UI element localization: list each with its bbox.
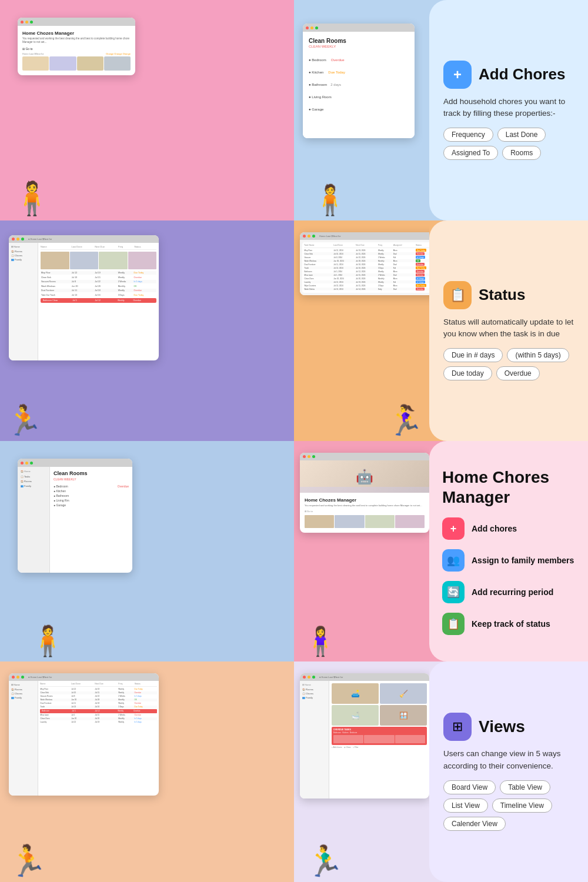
views-desc: Users can change view in 5 ways accordin… [443,748,574,772]
assign-feat-label: Assign to family members [472,556,574,565]
assign-feat-icon: 👥 [442,549,465,572]
feature-list: + Add chores 👥 Assign to family members … [442,517,575,635]
add-chores-desc: Add household chores you want to track b… [443,96,574,120]
row3-left-cell: 🏠 Home 📋 Tasks 🏠 Rooms 👥 Family Clean Ro… [0,441,294,662]
row3-right-cell: 🤖 Home Chozes Manager You requested and … [294,441,588,662]
feature-assign: 👥 Assign to family members [442,549,575,572]
tag-assigned-to: Assigned To [443,146,498,160]
views-tags: Board View Table View List View Timeline… [443,780,574,831]
tag-due-days: Due in # days [443,348,503,362]
status-desc: Status will automatically update to let … [443,316,574,340]
views-title: Views [479,717,525,736]
status-feat-label: Keep track of status [472,619,550,629]
status-icon: 📋 [443,281,472,309]
feature-recurring: 🔄 Add recurring period [442,581,575,603]
clean-rooms-sub: CLEAN WEEKLY [309,45,409,48]
person-figure-1: 🧍 [12,182,52,215]
person-figure-4: 🏃‍♀️ [387,406,423,435]
clean-rooms-mockup: Clean Rooms CLEAN WEEKLY ● BedroomOverdu… [303,24,415,138]
clean-rooms-title: Clean Rooms [309,38,409,44]
status-feat-icon: 📋 [442,613,465,635]
tag-rooms: Rooms [502,146,541,160]
status-panel: 📋 Status Status will automatically updat… [429,220,588,441]
add-chores-feat-label: Add chores [472,524,517,533]
tag-table-view: Table View [500,780,550,794]
full-table-mockup: ● Home Last $Next for ⊞ Home 🏠 Rooms 📋 C… [9,235,159,360]
row4-left-cell: ● Home Last $Next for ⊞ Home 🏠 Rooms 📋 C… [0,662,294,882]
status-table-mockup: Home Last $Next for Task Name Last Done … [300,232,429,295]
person-figure-6: 🧍‍♀️ [303,627,338,656]
tag-overdue: Overdue [496,366,540,380]
tag-frequency: Frequency [443,128,493,142]
board-view-mockup: ● Home Last $Next for ⊞ Home 🏠 Rooms 📋 C… [300,673,429,799]
tag-timeline-view: Timeline View [492,799,552,813]
person-figure-8: 🏃‍♂️ [306,846,344,876]
person-figure-3: 🏃 [6,406,42,435]
hcm-full-mockup: 🤖 Home Chozes Manager You requested and … [300,453,429,533]
row4-right-cell: ● Home Last $Next for ⊞ Home 🏠 Rooms 📋 C… [294,662,588,882]
hcm-body-text: You requested and working the best clean… [22,37,131,45]
table-mockup-2: ● Home Last $Next for ⊞ Home 🏠 Rooms 📋 C… [9,673,159,796]
row1-right-cell: Clean Rooms CLEAN WEEKLY ● BedroomOverdu… [294,0,588,220]
status-title: Status [479,286,525,304]
hcm-mockup-small: Home Chozes Manager You requested and wo… [18,18,135,75]
add-chores-tags: Frequency Last Done Assigned To Rooms [443,128,574,160]
tag-due-today: Due today [443,366,492,380]
hcm-title: Home Chozes Manager [22,31,131,36]
tag-list-view: List View [443,799,488,813]
row2-right-cell: Home Last $Next for Task Name Last Done … [294,220,588,441]
add-chores-panel: + Add Chores Add household chores you wa… [429,0,588,220]
person-figure-7: 🏃 [9,846,47,876]
tag-calendar-view: Calender View [443,817,506,831]
person-figure-5: 🧍 [29,626,66,656]
hcm-panel-title: Home ChoresManager [442,467,575,507]
add-chores-icon: + [443,61,472,89]
row1-left-cell: Home Chozes Manager You requested and wo… [0,0,294,220]
recurring-feat-label: Add recurring period [472,587,553,597]
row2-left-cell: ● Home Last $Next for ⊞ Home 🏠 Rooms 📋 C… [0,220,294,441]
views-panel: ⊞ Views Users can change view in 5 ways … [429,662,588,882]
status-tags: Due in # days (within 5 days) Due today … [443,348,574,380]
tag-within-5: (within 5 days) [507,348,569,362]
feature-status: 📋 Keep track of status [442,613,575,635]
person-figure-2: 🧍 [312,185,348,215]
recurring-feat-icon: 🔄 [442,581,465,603]
hcm-panel: Home ChoresManager + Add chores 👥 Assign… [429,441,588,662]
tag-board-view: Board View [443,780,496,794]
views-icon: ⊞ [443,713,472,741]
feature-add-chores: + Add chores [442,517,575,540]
clean-rooms-mockup-2: 🏠 Home 📋 Tasks 🏠 Rooms 👥 Family Clean Ro… [18,459,132,573]
add-chores-feat-icon: + [442,517,465,540]
add-chores-title: Add Chores [479,65,565,83]
tag-last-done: Last Done [497,128,546,142]
